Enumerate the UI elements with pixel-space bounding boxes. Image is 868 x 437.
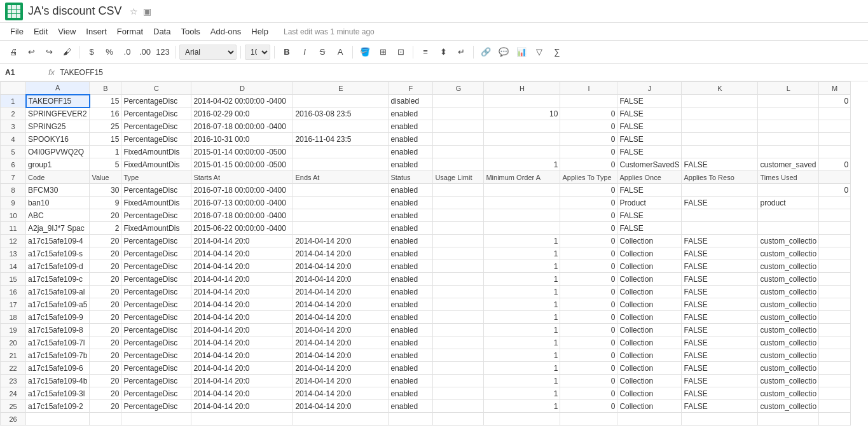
menu-edit[interactable]: Edit bbox=[29, 25, 53, 38]
menu-format[interactable]: Format bbox=[112, 25, 148, 38]
cell[interactable]: enabled bbox=[389, 387, 433, 400]
cell[interactable] bbox=[682, 95, 758, 108]
cell[interactable]: 5 bbox=[90, 158, 121, 171]
cell[interactable]: SPRING25 bbox=[26, 120, 90, 133]
cell[interactable]: 2014-04-14 20:0 bbox=[293, 324, 389, 336]
cell[interactable]: 0 bbox=[560, 260, 617, 273]
cell[interactable]: 15 bbox=[90, 133, 121, 146]
col-header-F[interactable]: F bbox=[389, 82, 433, 95]
cell[interactable] bbox=[819, 171, 851, 184]
cell[interactable]: 2016-07-18 00:00:00 -0400 bbox=[191, 209, 293, 222]
cell[interactable] bbox=[293, 184, 389, 197]
link-button[interactable]: 🔗 bbox=[478, 44, 494, 60]
row-header-15[interactable]: 15 bbox=[1, 273, 26, 286]
cell[interactable]: Collection bbox=[617, 247, 682, 260]
cell[interactable]: FALSE bbox=[682, 247, 758, 260]
row-header-11[interactable]: 11 bbox=[1, 222, 26, 235]
cell[interactable]: 0 bbox=[560, 184, 617, 197]
row-header-21[interactable]: 21 bbox=[1, 349, 26, 362]
cell[interactable] bbox=[819, 298, 851, 311]
cell[interactable]: 20 bbox=[90, 375, 121, 387]
cell[interactable] bbox=[758, 146, 819, 158]
cell[interactable] bbox=[433, 286, 484, 298]
cell[interactable]: 2014-04-14 20:0 bbox=[293, 400, 389, 413]
cell[interactable] bbox=[819, 362, 851, 375]
row-header-22[interactable]: 22 bbox=[1, 362, 26, 375]
cell[interactable] bbox=[484, 120, 560, 133]
cell[interactable]: PercentageDisc bbox=[121, 260, 191, 273]
cell[interactable]: FALSE bbox=[682, 235, 758, 247]
cell[interactable] bbox=[433, 209, 484, 222]
cell[interactable]: a17c15afe109-2 bbox=[26, 400, 90, 413]
cell[interactable]: FALSE bbox=[682, 273, 758, 286]
col-header-A[interactable]: A bbox=[26, 82, 90, 95]
cell[interactable] bbox=[819, 349, 851, 362]
cell[interactable]: 1 bbox=[484, 298, 560, 311]
font-selector[interactable]: Arial bbox=[179, 45, 237, 60]
cell[interactable] bbox=[819, 108, 851, 120]
menu-help[interactable]: Help bbox=[246, 25, 273, 38]
cell[interactable]: 0 bbox=[819, 95, 851, 108]
cell[interactable] bbox=[433, 158, 484, 171]
cell[interactable] bbox=[484, 133, 560, 146]
bold-button[interactable]: B bbox=[279, 44, 295, 60]
cell[interactable] bbox=[293, 158, 389, 171]
cell[interactable]: FALSE bbox=[617, 146, 682, 158]
cell[interactable]: 1 bbox=[484, 324, 560, 336]
cell[interactable] bbox=[484, 146, 560, 158]
row-header-2[interactable]: 2 bbox=[1, 108, 26, 120]
cell[interactable]: PercentageDisc bbox=[121, 286, 191, 298]
cell[interactable]: FALSE bbox=[617, 209, 682, 222]
sheet-area[interactable]: A B C D E F G H I J K L M 1TAKEOFF1515Pe… bbox=[0, 81, 868, 426]
cell[interactable] bbox=[26, 413, 90, 426]
cell[interactable]: 0 bbox=[560, 133, 617, 146]
cell[interactable]: 2015-01-14 00:00:00 -0500 bbox=[191, 146, 293, 158]
cell[interactable] bbox=[433, 324, 484, 336]
cell[interactable] bbox=[758, 133, 819, 146]
cell[interactable] bbox=[433, 311, 484, 324]
cell[interactable]: a17c15afe109-7l bbox=[26, 336, 90, 349]
currency-button[interactable]: $ bbox=[83, 44, 100, 60]
cell[interactable]: 2014-04-14 20:0 bbox=[293, 349, 389, 362]
cell[interactable]: enabled bbox=[389, 336, 433, 349]
filter-button[interactable]: ▽ bbox=[531, 44, 548, 60]
cell[interactable]: Times Used bbox=[758, 171, 819, 184]
cell[interactable]: 2014-04-14 20:0 bbox=[191, 324, 293, 336]
cell[interactable]: PercentageDisc bbox=[121, 108, 191, 120]
row-header-7[interactable]: 7 bbox=[1, 171, 26, 184]
cell[interactable]: Ends At bbox=[293, 171, 389, 184]
cell[interactable]: enabled bbox=[389, 400, 433, 413]
cell[interactable]: 20 bbox=[90, 260, 121, 273]
cell[interactable]: 0 bbox=[560, 336, 617, 349]
cell[interactable]: 1 bbox=[484, 158, 560, 171]
cell[interactable]: a17c15afe109-4b bbox=[26, 375, 90, 387]
menu-tools[interactable]: Tools bbox=[176, 25, 205, 38]
cell[interactable]: 20 bbox=[90, 311, 121, 324]
cell[interactable]: O4I0GPVWQ2Q bbox=[26, 146, 90, 158]
cell[interactable] bbox=[758, 108, 819, 120]
cell[interactable]: FALSE bbox=[682, 260, 758, 273]
cell[interactable]: 0 bbox=[560, 158, 617, 171]
cell[interactable]: FALSE bbox=[682, 298, 758, 311]
cell[interactable] bbox=[560, 413, 617, 426]
row-header-26[interactable]: 26 bbox=[1, 413, 26, 426]
cell[interactable] bbox=[819, 387, 851, 400]
print-button[interactable]: 🖨 bbox=[5, 44, 22, 60]
cell[interactable]: disabled bbox=[389, 95, 433, 108]
cell[interactable]: Applies To Type bbox=[560, 171, 617, 184]
cell[interactable]: SPRINGFEVER2 bbox=[26, 108, 90, 120]
col-header-K[interactable]: K bbox=[682, 82, 758, 95]
cell[interactable]: 1 bbox=[484, 400, 560, 413]
cell[interactable] bbox=[758, 120, 819, 133]
cell[interactable] bbox=[433, 400, 484, 413]
cell[interactable]: 15 bbox=[90, 95, 121, 108]
cell[interactable]: 2014-04-14 20:0 bbox=[191, 336, 293, 349]
cell[interactable]: FALSE bbox=[682, 362, 758, 375]
cell[interactable] bbox=[819, 197, 851, 209]
cell[interactable] bbox=[433, 375, 484, 387]
cell[interactable]: 2014-04-02 00:00:00 -0400 bbox=[191, 95, 293, 108]
cell[interactable] bbox=[819, 413, 851, 426]
cell[interactable]: 2014-04-14 20:0 bbox=[293, 375, 389, 387]
cell[interactable]: a17c15afe109-4 bbox=[26, 235, 90, 247]
cell[interactable]: 2016-07-18 00:00:00 -0400 bbox=[191, 120, 293, 133]
